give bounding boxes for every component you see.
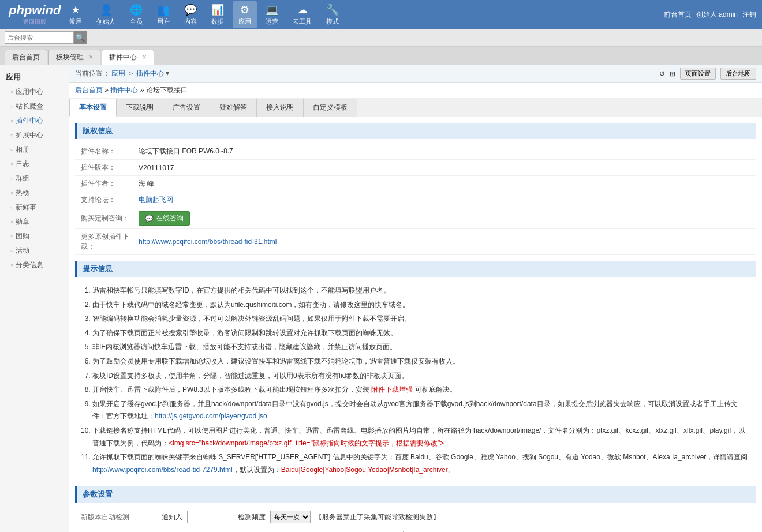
nav-creator-label: 创始人 (96, 17, 115, 26)
sidebar-item-extend-center[interactable]: 扩展中心 (0, 128, 69, 143)
tab-faq-label: 疑难解答 (219, 103, 247, 111)
admin-info: 创始人:admin (696, 10, 738, 20)
plugin-download-enhance-link[interactable]: 附件下载增强 (371, 385, 413, 394)
star-icon: ★ (71, 3, 80, 16)
tab-custom-template[interactable]: 自定义模板 (303, 99, 357, 117)
sidebar-item-activity[interactable]: 活动 (0, 243, 69, 258)
breadcrumb-arrow: ▾ (166, 69, 169, 77)
sidebar-item-webmaster-box[interactable]: 站长魔盒 (0, 99, 69, 114)
nav-cloud[interactable]: ☁ 云工具 (287, 1, 318, 28)
logout-link[interactable]: 注销 (742, 10, 756, 20)
sidebar-extend-label: 扩展中心 (16, 130, 43, 140)
plugin-version-label: 插件版本： (81, 163, 139, 173)
plugin-author-value: 海 峰 (139, 179, 154, 189)
nav-ops-label: 运营 (266, 17, 278, 26)
chat-bubble-icon: 💬 (145, 215, 154, 223)
sidebar-item-album[interactable]: 相册 (0, 143, 69, 157)
page-settings-button[interactable]: 页面设置 (680, 68, 716, 80)
param-new-version-row: 新版本自动检测 通知入 检测频度 每天一次 【服务器禁止了采集可能导致检测失败】 (75, 507, 756, 527)
app-icon: ⚙ (240, 3, 249, 16)
top-right-actions: 前台首页 创始人:admin 注销 (664, 10, 756, 20)
plugin-name-row: 插件名称： 论坛下载接口 FOR PW6.0~8.7 (75, 144, 756, 160)
breadpath-sep2: » (140, 86, 146, 94)
sidebar-item-news[interactable]: 新鲜事 (0, 200, 69, 215)
tab-download-label: 下载说明 (126, 103, 154, 111)
notify-input[interactable] (187, 511, 233, 523)
breadcrumb-right: ↺ ⊞ 页面设置 后台地图 (659, 68, 756, 80)
tab-plugin-close[interactable]: × (143, 53, 147, 61)
nav-all[interactable]: 🌐 全员 (124, 1, 148, 28)
sidebar-item-category[interactable]: 分类信息 (0, 258, 69, 272)
logo-sub: 返回旧版 (23, 18, 46, 26)
logo-area[interactable]: phpwind 返回旧版 (6, 0, 64, 29)
tip-item-10: 下载链接名称支持HTML代码，可以使用图片进行美化，普通、快车、迅雷、迅雷离线、… (92, 425, 750, 449)
nav-mode[interactable]: 🔧 模式 (320, 1, 345, 28)
tab-basic-settings[interactable]: 基本设置 (69, 99, 117, 117)
nav-creator[interactable]: 👤 创始人 (91, 1, 121, 28)
sidebar-item-plugin-center[interactable]: 插件中心 (0, 114, 69, 128)
sidebar-album-label: 相册 (16, 145, 29, 155)
search-button[interactable]: 🔍 (74, 31, 87, 44)
breadpath-plugin-link[interactable]: 插件中心 (110, 86, 138, 94)
tips-section: 提示信息 迅雷和快车帐号只能填写数字ID，在官方提供的相关代码中可以找到这个，不… (75, 261, 756, 481)
tab-plugin[interactable]: 插件中心 × (102, 50, 154, 65)
breadcrumb-app-link[interactable]: 应用 (111, 69, 125, 77)
spider-link[interactable]: http://www.pcqifei.com/bbs/read-tid-7279… (92, 466, 233, 474)
sidebar-item-medal[interactable]: 勋章 (0, 215, 69, 229)
grid-icon[interactable]: ⊞ (670, 70, 675, 78)
nav-common-label: 常用 (69, 17, 82, 26)
refresh-icon[interactable]: ↺ (659, 70, 665, 78)
tips-title: 提示信息 (75, 261, 756, 277)
breadpath: 后台首页 » 插件中心 » 论坛下载接口 (69, 83, 762, 99)
tab-block[interactable]: 板块管理 × (48, 50, 100, 65)
tab-ads-settings[interactable]: 广告设置 (163, 99, 210, 117)
plugin-author-row: 插件作者： 海 峰 (75, 176, 756, 192)
tip-item-8: 开启快车、迅雷下载附件后，PW8.3以下版本多线程下载可能出现按钮程序多次扣分，… (92, 384, 750, 396)
plugin-name-label: 插件名称： (81, 147, 139, 156)
notify-label: 通知入 (162, 512, 182, 522)
main-container: 应用 应用中心 站长魔盒 插件中心 扩展中心 相册 日志 群组 热榜 新鲜事 勋… (0, 65, 762, 532)
search-input[interactable] (5, 31, 74, 44)
sidebar-group-buy-label: 团购 (16, 231, 29, 241)
chart-icon: 📊 (211, 3, 224, 16)
site-map-button[interactable]: 后台地图 (720, 68, 756, 80)
online-consult-button[interactable]: 💬 在线咨询 (139, 211, 190, 226)
nav-common[interactable]: ★ 常用 (64, 1, 88, 28)
param-new-version-value: 通知入 检测频度 每天一次 【服务器禁止了采集可能导致检测失败】 (162, 511, 440, 523)
sidebar-item-group[interactable]: 群组 (0, 171, 69, 186)
nav-content[interactable]: 💬 内容 (178, 1, 203, 28)
plugin-more-link[interactable]: http://www.pcqifei.com/bbs/thread-fid-31… (139, 238, 277, 246)
gvod-link[interactable]: http://js.getgvod.com/player/gvod.jso (155, 412, 267, 420)
tab-faq[interactable]: 疑难解答 (210, 99, 257, 117)
breadpath-home-link[interactable]: 后台首页 (75, 86, 103, 94)
params-section: 参数设置 新版本自动检测 通知入 检测频度 每天一次 【服务器禁止了采集可能导致… (75, 486, 756, 532)
check-freq-select[interactable]: 每天一次 (270, 511, 311, 523)
breadcrumb-plugin-link[interactable]: 插件中心 (136, 69, 164, 77)
online-consult-label: 在线咨询 (156, 213, 184, 223)
nav-app[interactable]: ⚙ 应用 (233, 1, 257, 28)
tip-item-4: 为了确保下载页面正常被搜索引擎收录，游客访问限制和跳转设置对允许抓取下载页面的蜘… (92, 327, 750, 340)
tab-block-close[interactable]: × (89, 53, 93, 61)
breadcrumb-text: 当前位置： (75, 69, 110, 77)
sidebar-item-log[interactable]: 日志 (0, 157, 69, 171)
nav-cloud-label: 云工具 (293, 17, 312, 26)
sidebar-news-label: 新鲜事 (16, 203, 36, 212)
tab-integrate[interactable]: 接入说明 (256, 99, 304, 117)
sidebar-category-label: 分类信息 (16, 260, 43, 270)
person-icon: 👤 (100, 3, 113, 16)
nav-data[interactable]: 📊 数据 (206, 1, 230, 28)
sidebar-item-hot[interactable]: 热榜 (0, 186, 69, 200)
plugin-forum-label: 支持论坛： (81, 195, 139, 205)
sidebar-item-group-buy[interactable]: 团购 (0, 229, 69, 243)
sidebar-hot-label: 热榜 (16, 188, 29, 198)
tab-home[interactable]: 后台首页 (5, 50, 47, 65)
wrench-icon: 🔧 (326, 3, 339, 16)
breadcrumb-bar: 当前位置： 应用 ＞ 插件中心 ▾ ↺ ⊞ 页面设置 后台地图 (69, 65, 762, 83)
nav-ops[interactable]: 💻 运营 (260, 1, 284, 28)
tab-integrate-label: 接入说明 (266, 103, 294, 111)
tab-download-desc[interactable]: 下载说明 (116, 99, 163, 117)
nav-users[interactable]: 👥 用户 (151, 1, 175, 28)
plugin-forum-link[interactable]: 电脑起飞网 (139, 195, 173, 205)
sidebar-item-app-center[interactable]: 应用中心 (0, 85, 69, 99)
frontend-home-link[interactable]: 前台首页 (664, 10, 692, 20)
